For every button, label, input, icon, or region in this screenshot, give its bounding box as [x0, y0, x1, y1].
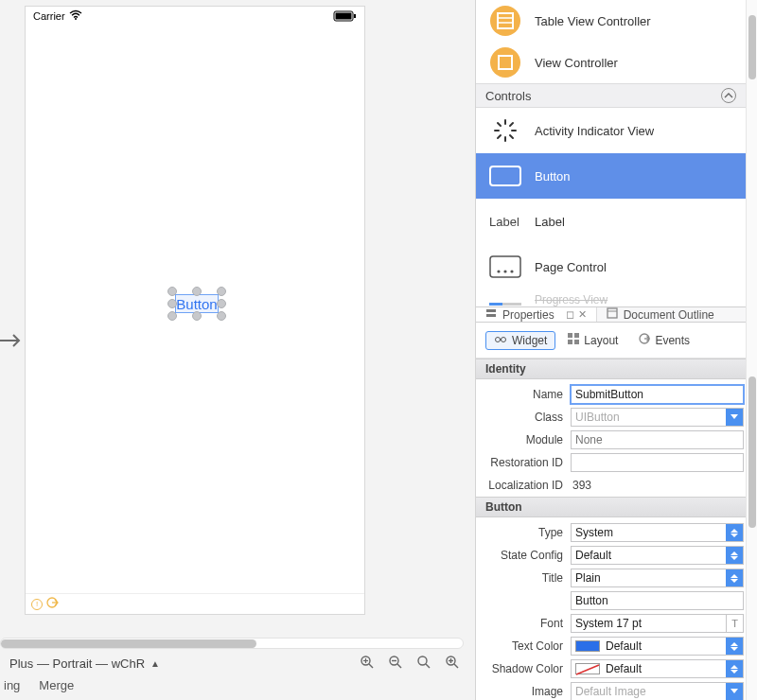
svg-line-16 — [426, 664, 430, 668]
svg-point-25 — [490, 47, 520, 78]
design-canvas-pane: Carrier Button — [0, 0, 475, 700]
svg-line-13 — [397, 664, 401, 668]
svg-point-37 — [497, 270, 500, 272]
svg-rect-4 — [354, 14, 356, 18]
svg-line-8 — [369, 664, 373, 668]
resize-handle[interactable] — [167, 287, 177, 296]
text-color-swatch — [575, 640, 600, 652]
localization-id-value: 393 — [571, 479, 591, 492]
layout-subtab-icon — [568, 333, 579, 347]
subtab-layout[interactable]: Layout — [559, 330, 626, 350]
section-identity: Identity — [476, 359, 757, 379]
resize-handle[interactable] — [167, 299, 177, 308]
module-field[interactable] — [571, 430, 744, 449]
resize-handle[interactable] — [192, 287, 202, 296]
library-item[interactable]: View Controller — [476, 42, 746, 83]
exit-arrow-icon[interactable] — [46, 597, 58, 611]
font-picker-icon[interactable]: T — [726, 615, 743, 632]
disclosure-triangle-icon: ▲ — [150, 658, 160, 669]
tab-document-outline[interactable]: Document Outline — [597, 307, 724, 322]
name-field[interactable] — [571, 385, 744, 404]
library-item[interactable]: Page Control — [476, 244, 746, 289]
page-control-icon — [489, 251, 521, 283]
zoom-out-icon[interactable] — [388, 655, 403, 673]
subtab-events[interactable]: Events — [630, 330, 698, 350]
type-combo[interactable]: System — [571, 523, 744, 542]
svg-rect-42 — [486, 309, 496, 312]
widget-subtab-icon — [494, 334, 507, 347]
collapse-icon[interactable] — [721, 88, 736, 103]
resize-handle[interactable] — [217, 287, 226, 296]
object-library: Table View Controller View Controller Co… — [476, 0, 757, 306]
resize-handle[interactable] — [192, 311, 202, 321]
library-item[interactable]: Activity Indicator View — [476, 108, 746, 153]
vertical-scrollbar[interactable] — [746, 0, 757, 700]
svg-point-39 — [510, 270, 513, 272]
svg-point-46 — [496, 337, 501, 341]
vcs-label-a[interactable]: ing — [4, 678, 20, 692]
svg-line-34 — [510, 123, 513, 126]
widget-subtab-bar: Widget Layout Events — [476, 323, 757, 359]
activity-indicator-icon — [489, 114, 521, 147]
class-combo[interactable]: UIButton — [571, 408, 744, 427]
svg-point-47 — [502, 337, 506, 341]
battery-icon — [334, 11, 357, 22]
svg-rect-35 — [490, 166, 520, 185]
svg-point-21 — [490, 6, 520, 36]
svg-rect-43 — [486, 314, 496, 317]
zoom-fit-icon[interactable] — [360, 655, 375, 673]
resize-handle[interactable] — [167, 311, 177, 321]
properties-tab-icon — [485, 307, 497, 322]
library-item-partial[interactable]: Progress View — [476, 289, 746, 306]
shadow-color-swatch — [575, 663, 600, 674]
svg-rect-36 — [490, 256, 520, 277]
subtab-widget[interactable]: Widget — [485, 331, 555, 350]
vcs-label-b[interactable]: Merge — [39, 678, 74, 692]
library-item[interactable]: Label Label — [476, 199, 746, 244]
resize-handle[interactable] — [217, 299, 226, 308]
image-combo[interactable]: Default Image — [571, 682, 744, 700]
pane-close-icon[interactable]: ✕ — [578, 308, 587, 321]
resize-handle[interactable] — [217, 311, 226, 321]
svg-line-31 — [498, 123, 501, 126]
library-item-selected[interactable]: Button — [476, 153, 746, 199]
svg-line-18 — [454, 664, 458, 668]
selected-uibutton[interactable]: Button — [171, 290, 222, 317]
svg-rect-49 — [568, 333, 572, 338]
library-section-header[interactable]: Controls — [476, 83, 746, 108]
wifi-icon — [69, 9, 82, 23]
text-color-combo[interactable]: Default — [571, 637, 744, 656]
canvas-status-label[interactable]: Plus — Portrait — wChR ▲ — [9, 656, 160, 671]
title-mode-combo[interactable]: Plain — [571, 569, 744, 587]
device-frame[interactable]: Carrier Button — [25, 6, 365, 615]
svg-line-55 — [576, 665, 599, 674]
pane-detach-icon[interactable]: ◻ — [566, 308, 574, 321]
svg-rect-3 — [336, 12, 352, 19]
svg-rect-44 — [607, 308, 617, 318]
svg-point-15 — [418, 656, 427, 665]
svg-rect-52 — [574, 340, 579, 344]
horizontal-scrollbar[interactable] — [0, 638, 464, 649]
font-combo[interactable]: System 17 ptT — [571, 614, 744, 633]
svg-rect-41 — [489, 303, 502, 306]
frame-footer: ! — [26, 593, 364, 614]
shadow-color-combo[interactable]: Default — [571, 659, 744, 678]
svg-line-32 — [510, 135, 513, 138]
viewcontroller-icon — [489, 46, 521, 79]
restoration-id-field[interactable] — [571, 453, 744, 472]
svg-point-38 — [503, 270, 506, 272]
svg-line-33 — [498, 135, 501, 138]
title-text-field[interactable] — [571, 591, 744, 610]
state-config-combo[interactable]: Default — [571, 546, 744, 565]
tab-properties[interactable]: Properties ◻✕ — [476, 307, 597, 322]
section-button: Button — [476, 497, 757, 517]
carrier-label: Carrier — [33, 10, 65, 22]
warning-dot-icon[interactable]: ! — [31, 599, 43, 610]
zoom-in-icon[interactable] — [445, 655, 460, 673]
status-bar: Carrier — [26, 7, 364, 26]
svg-point-1 — [75, 18, 77, 20]
events-subtab-icon — [639, 333, 650, 347]
zoom-reset-icon[interactable] — [416, 655, 431, 673]
library-item[interactable]: Table View Controller — [476, 0, 746, 42]
label-icon: Label — [489, 205, 521, 237]
